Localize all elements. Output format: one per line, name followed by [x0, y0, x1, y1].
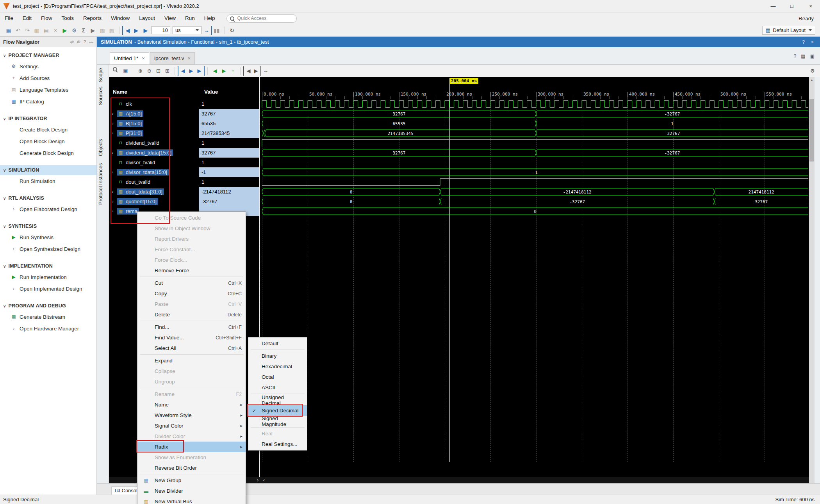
- radix-item-real-settings[interactable]: Real Settings...: [248, 439, 307, 449]
- signal-wave[interactable]: 2147385345-32767: [260, 128, 808, 138]
- signal-name-row[interactable]: ›▥A[15:0]: [109, 109, 199, 119]
- context-item-expand[interactable]: Expand: [137, 355, 246, 366]
- scroll-left-icon[interactable]: ‹: [261, 477, 267, 483]
- signal-wave[interactable]: 0-3276732767: [260, 197, 808, 206]
- flow-item-create-block-design[interactable]: Create Block Design: [0, 124, 96, 135]
- side-tab-scope[interactable]: Scope: [98, 66, 108, 84]
- flow-item-generate-block-design[interactable]: Generate Block Design: [0, 147, 96, 159]
- signal-name-row[interactable]: ›▥divisor_tdata[15:0]: [109, 167, 199, 177]
- menu-view[interactable]: View: [160, 12, 180, 24]
- time-cursor[interactable]: [449, 84, 450, 462]
- context-item-find[interactable]: Find...Ctrl+F: [137, 322, 246, 332]
- radix-item-ascii[interactable]: ASCII: [248, 382, 307, 393]
- go-to-end-icon[interactable]: ▶: [196, 66, 205, 76]
- context-item-reverse-bit-order[interactable]: Reverse Bit Order: [137, 463, 246, 473]
- close-icon[interactable]: ×: [811, 39, 814, 45]
- context-item-signal-color[interactable]: Signal Color▸: [137, 421, 246, 431]
- close-icon[interactable]: ×: [187, 55, 191, 61]
- flow-item-open-synthesized-design[interactable]: ›Open Synthesized Design: [0, 243, 96, 255]
- radix-item-unsigned-decimal[interactable]: Unsigned Decimal: [248, 395, 307, 405]
- menu-edit[interactable]: Edit: [18, 12, 36, 24]
- maximize-view-icon[interactable]: ▣: [810, 53, 815, 59]
- context-item-new-group[interactable]: ▦New Group: [137, 475, 246, 486]
- time-unit-select[interactable]: us: [173, 26, 201, 34]
- zoom-in-icon[interactable]: ⊕: [136, 66, 145, 76]
- waveform-canvas[interactable]: 32767-327676553512147385345-3276732767-3…: [260, 99, 808, 216]
- flow-item-run-simulation[interactable]: Run Simulation: [0, 175, 96, 187]
- gear-icon[interactable]: ⚙: [70, 26, 79, 35]
- minimize-button[interactable]: —: [764, 0, 783, 12]
- settings-gear-icon[interactable]: ⚙: [808, 66, 817, 76]
- sigma-icon[interactable]: Σ: [79, 26, 88, 35]
- menu-file[interactable]: File: [0, 12, 18, 24]
- signal-wave[interactable]: 0-21474181122147418112: [260, 187, 808, 197]
- undo-icon[interactable]: ↶: [13, 26, 23, 35]
- step-icon[interactable]: →: [203, 26, 212, 35]
- window-icon[interactable]: ▦: [4, 26, 13, 35]
- flow-item-add-sources[interactable]: +Add Sources: [0, 72, 96, 84]
- menu-flow[interactable]: Flow: [36, 12, 57, 24]
- play-icon[interactable]: ▶: [187, 66, 196, 76]
- copy-icon[interactable]: ▥: [32, 26, 41, 35]
- relaunch-icon[interactable]: ↻: [227, 26, 237, 35]
- signal-wave[interactable]: 655351: [260, 119, 808, 128]
- flow-section-implementation[interactable]: ∨IMPLEMENTATION: [0, 261, 96, 271]
- signal-wave[interactable]: [260, 177, 808, 187]
- restart-icon[interactable]: ◀: [122, 26, 132, 35]
- radix-item-signed-magnitude[interactable]: Signed Magnitude: [248, 416, 307, 426]
- side-tab-sources[interactable]: Sources: [98, 85, 108, 107]
- signal-name-row[interactable]: ›▥dout_tdata[31:0]: [109, 187, 199, 197]
- side-tab-objects[interactable]: Objects: [98, 137, 108, 158]
- context-item-cut[interactable]: CutCtrl+X: [137, 278, 246, 288]
- vertical-scrollbar[interactable]: ▲: [809, 77, 815, 483]
- menu-reports[interactable]: Reports: [78, 12, 106, 24]
- layout-select[interactable]: ▦ Default Layout: [762, 26, 815, 35]
- run-icon[interactable]: ▶: [60, 26, 70, 35]
- scroll-right-icon[interactable]: ›: [255, 477, 261, 483]
- edit-icon[interactable]: ▨: [107, 26, 116, 35]
- menu-layout[interactable]: Layout: [134, 12, 160, 24]
- flow-item-language-templates[interactable]: ▤Language Templates: [0, 84, 96, 96]
- flow-section-simulation[interactable]: ∨SIMULATION: [0, 165, 96, 175]
- help-icon[interactable]: ?: [84, 39, 86, 44]
- flow-section-rtl-analysis[interactable]: ∨RTL ANALYSIS: [0, 193, 96, 203]
- quick-access-input[interactable]: Quick Access: [226, 14, 297, 23]
- radix-item-signed-decimal[interactable]: ✓Signed Decimal: [248, 405, 307, 416]
- context-item-waveform-style[interactable]: Waveform Style▸: [137, 410, 246, 421]
- previous-transition-icon[interactable]: ◀: [210, 66, 219, 76]
- context-item-new-divider[interactable]: ▬New Divider: [137, 486, 246, 496]
- context-item-find-value[interactable]: Find Value...Ctrl+Shift+F: [137, 332, 246, 343]
- signal-name-row[interactable]: ›▥dividend_tdata[15:0]: [109, 148, 199, 158]
- radix-item-octal[interactable]: Octal: [248, 372, 307, 382]
- context-item-copy[interactable]: CopyCtrl+C: [137, 288, 246, 299]
- context-item-select-all[interactable]: Select AllCtrl+A: [137, 343, 246, 353]
- flow-item-settings[interactable]: ⚙Settings: [0, 60, 96, 72]
- redo-icon[interactable]: ↷: [23, 26, 32, 35]
- toggle-icon[interactable]: ⇄: [70, 39, 73, 44]
- side-tab-protocol-instances[interactable]: Protocol Instances: [98, 161, 108, 206]
- run-all-icon[interactable]: ▶: [132, 26, 141, 35]
- signal-name-row[interactable]: ⊓clk: [109, 99, 199, 109]
- minimize-panel-icon[interactable]: —: [89, 39, 93, 44]
- menu-window[interactable]: Window: [106, 12, 134, 24]
- maximize-button[interactable]: □: [783, 0, 801, 12]
- save-icon[interactable]: ▣: [121, 66, 130, 76]
- zoom-to-cursor-icon[interactable]: ⊞: [163, 66, 172, 76]
- flow-item-ip-catalog[interactable]: ▦IP Catalog: [0, 96, 96, 107]
- signal-name-row[interactable]: ⊓dividend_tvalid: [109, 138, 199, 148]
- context-item-radix[interactable]: Radix▸: [137, 442, 246, 452]
- go-to-start-icon[interactable]: ◀: [178, 66, 187, 76]
- close-button[interactable]: ×: [801, 0, 820, 12]
- zoom-out-icon[interactable]: ⊖: [145, 66, 154, 76]
- marker-previous-icon[interactable]: ◀: [243, 66, 252, 76]
- tab-tcl-console[interactable]: Tcl Console: [111, 486, 139, 495]
- pause-icon[interactable]: ▮▮: [212, 26, 221, 35]
- menu-help[interactable]: Help: [200, 12, 220, 24]
- signal-wave[interactable]: [260, 138, 808, 148]
- run-for-icon[interactable]: ▶: [141, 26, 150, 35]
- signal-wave[interactable]: 32767-32767: [260, 109, 808, 119]
- search-icon[interactable]: [112, 66, 121, 76]
- flow-item-open-hardware-manager[interactable]: ›Open Hardware Manager: [0, 323, 96, 334]
- scroll-up-icon[interactable]: ▲: [809, 77, 815, 83]
- context-item-name[interactable]: Name▸: [137, 399, 246, 410]
